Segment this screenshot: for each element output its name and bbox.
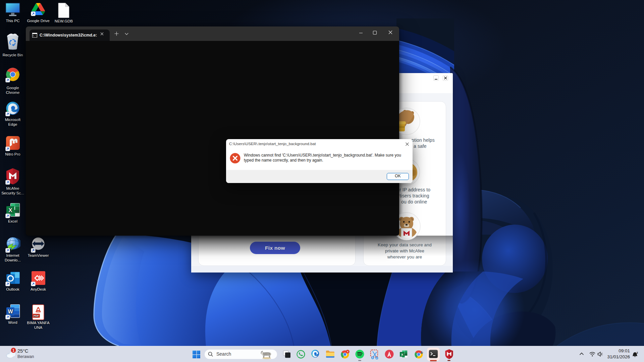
svg-text:C:\: C:\	[33, 35, 37, 37]
svg-text:1: 1	[12, 349, 14, 352]
svg-text:W: W	[8, 309, 13, 314]
svg-text:z: z	[637, 351, 638, 354]
svg-text:PDF: PDF	[34, 314, 39, 317]
svg-text:X: X	[8, 207, 12, 214]
svg-text:X: X	[401, 353, 404, 356]
